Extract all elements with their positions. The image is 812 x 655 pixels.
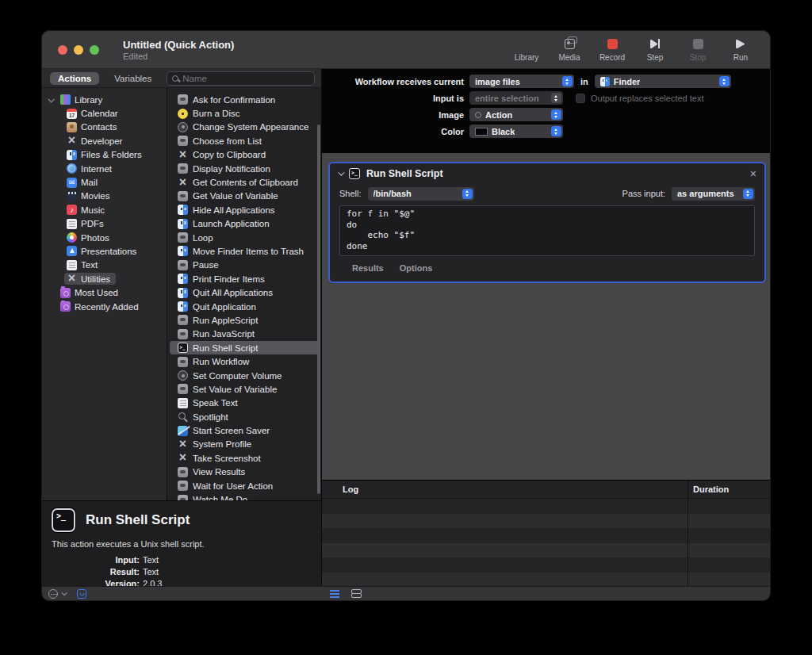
action-item-choose-from-list[interactable]: Choose from List <box>170 134 319 147</box>
sidebar-item-files-folders[interactable]: Files & Folders <box>42 148 167 162</box>
action-item-wait-for-user-action[interactable]: Wait for User Action <box>170 479 319 492</box>
workflow-run-menu-icon[interactable] <box>48 589 58 599</box>
traffic-lights <box>58 45 99 55</box>
action-item-start-screen-saver[interactable]: Start Screen Saver <box>170 423 319 437</box>
sidebar-item-mail[interactable]: Mail <box>42 175 167 189</box>
calendar-icon <box>67 109 77 119</box>
pass-input-label: Pass input: <box>622 189 665 198</box>
action-item-display-notification[interactable]: Display Notification <box>170 162 319 175</box>
sidebar-item-internet[interactable]: Internet <box>42 162 167 175</box>
log-column-header[interactable]: Log <box>343 485 358 494</box>
tab-results[interactable]: Results <box>352 263 384 273</box>
sidebar-item-contacts[interactable]: Contacts <box>42 121 167 134</box>
collapse-chevron-icon[interactable] <box>338 169 344 175</box>
action-item-speak-text[interactable]: Speak Text <box>170 396 319 410</box>
toolbar-button-record[interactable]: Record <box>594 37 630 62</box>
action-item-get-value-of-variable[interactable]: Get Value of Variable <box>170 190 319 203</box>
action-item-get-contents-of-clipboard[interactable]: Get Contents of Clipboard <box>170 175 319 189</box>
actions-list-scrollbar[interactable] <box>317 124 320 494</box>
tab-options[interactable]: Options <box>400 263 433 273</box>
action-item-system-profile[interactable]: System Profile <box>170 438 319 451</box>
sidebar-item-presentations[interactable]: Presentations <box>42 244 167 258</box>
action-block-header[interactable]: Run Shell Script × <box>330 163 764 184</box>
action-item-set-computer-volume[interactable]: Set Computer Volume <box>170 369 319 382</box>
action-item-launch-application[interactable]: Launch Application <box>170 217 319 231</box>
sidebar-item-movies[interactable]: Movies <box>42 190 167 203</box>
zoom-window-button[interactable] <box>90 45 99 55</box>
action-item-ask-for-confirmation[interactable]: Ask for Confirmation <box>170 93 319 106</box>
chevron-down-icon[interactable] <box>62 590 67 596</box>
action-item-change-system-appearance[interactable]: Change System Appearance <box>170 121 319 134</box>
search-field[interactable] <box>167 71 315 86</box>
smart-folder-icon <box>60 301 71 312</box>
close-action-icon[interactable]: × <box>750 168 756 179</box>
run-shell-script-action-block: Run Shell Script × Shell: /bin/bash Pass… <box>328 162 766 283</box>
action-item-pause[interactable]: Pause <box>170 259 319 272</box>
toolbar-button-stop[interactable]: Stop <box>680 37 716 62</box>
toolbar-button-step[interactable]: Step <box>637 37 673 62</box>
action-item-watch-me-do[interactable]: Watch Me Do <box>170 492 319 500</box>
action-item-quit-application[interactable]: Quit Application <box>170 300 319 313</box>
tab-actions[interactable]: Actions <box>50 72 99 85</box>
action-item-view-results[interactable]: View Results <box>170 465 319 479</box>
sidebar-item-most-used[interactable]: Most Used <box>42 285 167 299</box>
sidebar-item-calendar[interactable]: Calendar <box>42 106 167 120</box>
toolbar-button-media[interactable]: Media <box>551 37 588 62</box>
action-block-tabs: Results Options <box>330 256 764 273</box>
action-item-run-shell-script[interactable]: Run Shell Script <box>170 341 319 354</box>
action-item-run-workflow[interactable]: Run Workflow <box>170 354 319 368</box>
color-dropdown[interactable]: Black <box>469 124 563 138</box>
contacts-icon <box>67 122 77 132</box>
application-dropdown[interactable]: Finder <box>595 75 731 88</box>
log-column-divider[interactable] <box>688 481 688 498</box>
action-item-move-finder-items-to-trash[interactable]: Move Finder Items to Trash <box>170 244 319 258</box>
action-item-spotlight[interactable]: Spotlight <box>170 410 319 423</box>
sidebar-item-utilities[interactable]: Utilities <box>42 272 167 285</box>
close-window-button[interactable] <box>58 45 67 55</box>
shell-script-editor[interactable]: for f in "$@" do echo "$f" done <box>339 205 755 256</box>
action-item-run-applescript[interactable]: Run AppleScript <box>170 313 319 327</box>
sidebar-item-photos[interactable]: Photos <box>42 231 167 244</box>
chevron-down-icon[interactable] <box>48 96 54 102</box>
screensaver-icon <box>178 426 188 436</box>
action-item-copy-to-clipboard[interactable]: Copy to Clipboard <box>170 148 319 162</box>
action-item-burn-a-disc[interactable]: Burn a Disc <box>170 106 319 120</box>
sidebar-item-recently-added[interactable]: Recently Added <box>42 300 167 313</box>
tools-x-icon <box>178 453 188 463</box>
action-item-run-javascript[interactable]: Run JavaScript <box>170 328 319 341</box>
minimize-window-button[interactable] <box>74 45 83 55</box>
workflow-receives-dropdown[interactable]: image files <box>469 75 574 88</box>
action-item-quit-all-applications[interactable]: Quit All Applications <box>170 285 319 299</box>
selection-toggle-icon[interactable] <box>77 589 86 599</box>
shell-dropdown[interactable]: /bin/bash <box>368 187 474 201</box>
globe-icon <box>67 163 77 174</box>
shell-label: Shell: <box>339 189 362 198</box>
finder-icon <box>178 205 188 215</box>
tab-variables[interactable]: Variables <box>106 72 159 85</box>
action-item-take-screenshot[interactable]: Take Screenshot <box>170 451 319 465</box>
pass-input-dropdown[interactable]: as arguments <box>672 187 755 201</box>
sidebar-item-music[interactable]: Music <box>42 203 167 216</box>
finder-icon <box>178 288 188 298</box>
search-input[interactable] <box>182 74 309 83</box>
sidebar-item-text[interactable]: Text <box>42 259 167 272</box>
action-item-print-finder-items[interactable]: Print Finder Items <box>170 272 319 285</box>
desktop-background: Untitled (Quick Action) Edited Library M… <box>0 0 812 655</box>
action-item-hide-all-applications[interactable]: Hide All Applications <box>170 203 319 216</box>
log-grouped-view-icon[interactable] <box>351 589 362 598</box>
sidebar-item-library[interactable]: Library <box>42 93 167 106</box>
image-dropdown[interactable]: Action <box>469 108 563 121</box>
sidebar-item-pdfs[interactable]: PDFs <box>42 217 167 231</box>
action-item-set-value-of-variable[interactable]: Set Value of Variable <box>170 382 319 396</box>
duration-column-header[interactable]: Duration <box>693 485 729 494</box>
doc-icon <box>67 260 77 270</box>
shell-script-code[interactable]: for f in "$@" do echo "$f" done <box>347 209 748 251</box>
library-panel: Actions Variables <box>42 69 321 586</box>
log-rows <box>322 499 771 586</box>
log-list-view-icon[interactable] <box>330 590 339 598</box>
action-item-loop[interactable]: Loop <box>170 231 319 244</box>
toolbar-button-library[interactable]: Library <box>508 37 545 62</box>
toolbar-button-run[interactable]: Run <box>722 37 759 62</box>
record-icon <box>607 39 618 49</box>
sidebar-item-developer[interactable]: Developer <box>42 134 167 147</box>
